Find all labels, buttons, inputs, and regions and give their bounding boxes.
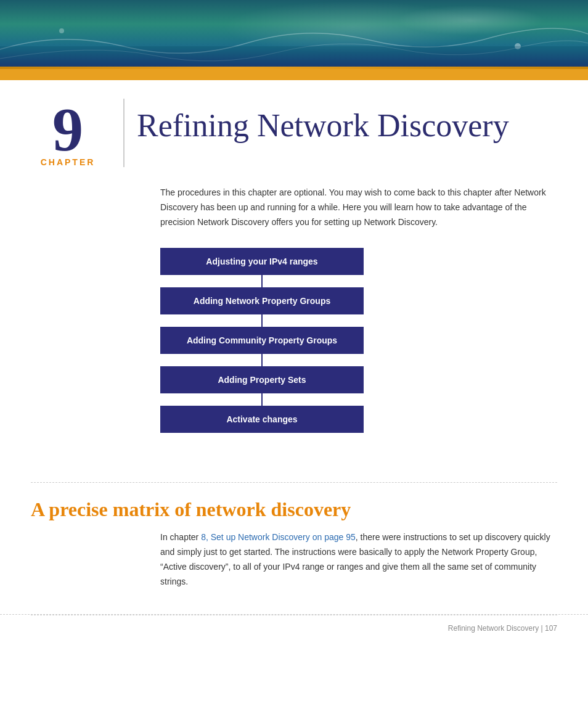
flow-box-activate-changes[interactable]: Activate changes <box>160 406 364 433</box>
subsection-text: In chapter 8, Set up Network Discovery o… <box>160 530 557 589</box>
subsection-link[interactable]: 8, Set up Network Discovery on page 95 <box>201 532 356 542</box>
body-section: The procedures in this chapter are optio… <box>0 179 588 470</box>
chapter-number: 9 <box>52 99 83 160</box>
subsection-intro: In chapter <box>160 532 201 542</box>
flow-connector-1 <box>261 275 263 287</box>
svg-point-1 <box>59 28 64 33</box>
page-footer: Refining Network Discovery | 107 <box>0 614 588 642</box>
chapter-header: 9 CHAPTER Refining Network Discovery <box>0 80 588 179</box>
chapter-label: CHAPTER <box>41 157 96 167</box>
flow-box-adjusting-ipv4[interactable]: Adjusting your IPv4 ranges <box>160 248 364 275</box>
chapter-divider <box>123 99 125 167</box>
flow-box-adding-property[interactable]: Adding Property Sets <box>160 366 364 393</box>
header-stripe <box>0 68 588 80</box>
flow-connector-3 <box>261 354 263 366</box>
footer-text: Refining Network Discovery | 107 <box>448 624 557 633</box>
flow-box-adding-network[interactable]: Adding Network Property Groups <box>160 287 364 314</box>
flow-box-adding-community[interactable]: Adding Community Property Groups <box>160 327 364 354</box>
flow-diagram: Adjusting your IPv4 ranges Adding Networ… <box>160 248 364 433</box>
header-image <box>0 0 588 80</box>
chapter-number-block: 9 CHAPTER <box>37 99 99 167</box>
chapter-title: Refining Network Discovery <box>137 99 509 143</box>
flow-connector-2 <box>261 314 263 327</box>
section-divider <box>31 482 557 483</box>
intro-text: The procedures in this chapter are optio… <box>160 186 557 229</box>
flow-connector-4 <box>261 393 263 406</box>
subsection-heading: A precise matrix of network discovery <box>0 498 588 530</box>
subsection-body: In chapter 8, Set up Network Discovery o… <box>0 530 588 614</box>
